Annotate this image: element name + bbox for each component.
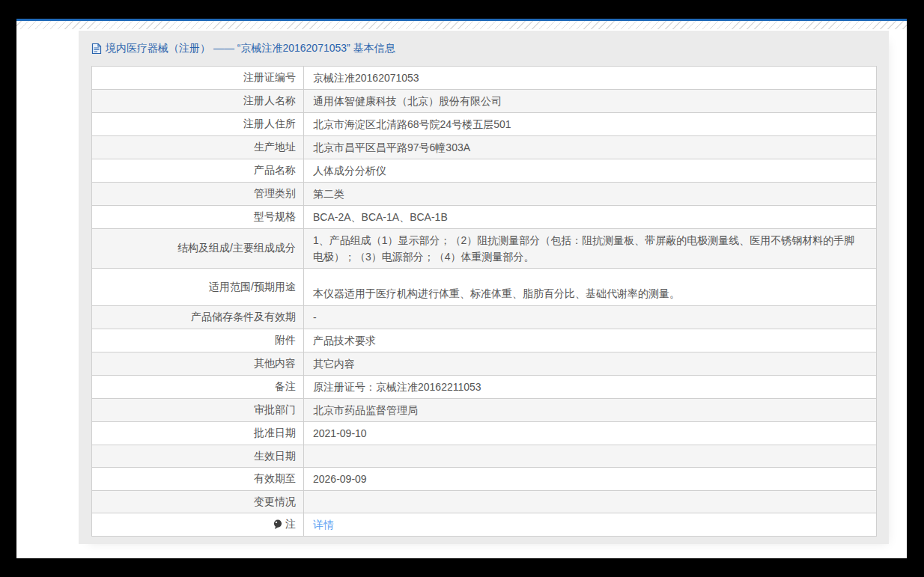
row-label: 产品名称: [92, 159, 304, 182]
row-value: 1、产品组成（1）显示部分；（2）阻抗测量部分（包括：阻抗测量板、带屏蔽的电极测…: [304, 229, 876, 268]
row-value: -: [304, 306, 876, 329]
row-label: 注册人住所: [92, 113, 304, 135]
row-label-text: 生产地址: [254, 141, 296, 154]
row-value: 北京市昌平区昌平路97号6幢303A: [304, 136, 876, 159]
row-label: 注册人名称: [92, 90, 304, 112]
row-label-text: 管理类别: [254, 187, 296, 201]
row-label: 适用范围/预期用途: [92, 269, 304, 305]
row-value: 其它内容: [304, 352, 876, 375]
row-value-text: 其它内容: [313, 355, 355, 372]
table-row: 产品储存条件及有效期 -: [92, 306, 876, 329]
row-label-text: 附件: [275, 334, 296, 347]
table-row: 生效日期: [92, 445, 876, 468]
row-label: 型号规格: [92, 206, 304, 228]
row-label: 其他内容: [92, 352, 304, 375]
page: 境内医疗器械（注册） —— “京械注准20162071053” 基本信息 注册证…: [16, 19, 907, 558]
row-label: 生效日期: [92, 445, 304, 467]
table-row: 批准日期 2021-09-10: [92, 422, 876, 445]
row-label: 批准日期: [92, 422, 304, 445]
row-value-text: 北京市海淀区北清路68号院24号楼五层501: [313, 116, 511, 132]
row-value: 北京市药品监督管理局: [304, 399, 876, 421]
row-label: 附件: [92, 329, 304, 352]
row-label-text: 变更情况: [254, 495, 296, 509]
row-label: 管理类别: [92, 183, 304, 205]
table-row: 注册证编号 京械注准20162071053: [92, 67, 876, 90]
row-value-text: 人体成分分析仪: [313, 162, 386, 179]
row-label: 产品储存条件及有效期: [92, 306, 304, 329]
table-row: 变更情况: [92, 491, 876, 513]
row-label: 审批部门: [92, 399, 304, 421]
row-label-text: 其他内容: [254, 357, 296, 370]
row-label-text: 结构及组成/主要组成成分: [177, 242, 296, 255]
row-label-text: 注册人住所: [243, 117, 296, 131]
table-row: 适用范围/预期用途 本仪器适用于医疗机构进行体重、标准体重、脂肪百分比、基础代谢…: [92, 269, 876, 306]
table-row: 结构及组成/主要组成成分 1、产品组成（1）显示部分；（2）阻抗测量部分（包括：…: [92, 229, 876, 269]
row-label: 生产地址: [92, 136, 304, 159]
row-value: 人体成分分析仪: [304, 159, 876, 182]
row-label-text: 有效期至: [254, 472, 296, 486]
table-row: 产品名称 人体成分分析仪: [92, 159, 876, 183]
row-value: 本仪器适用于医疗机构进行体重、标准体重、脂肪百分比、基础代谢率的测量。: [304, 269, 876, 305]
row-value: 第二类: [304, 183, 876, 205]
details-link[interactable]: 详情: [313, 516, 334, 533]
table-row: 型号规格 BCA-2A、BCA-1A、BCA-1B: [92, 206, 876, 229]
row-value-text: 本仪器适用于医疗机构进行体重、标准体重、脂肪百分比、基础代谢率的测量。: [313, 285, 680, 302]
row-label-text: 型号规格: [254, 210, 296, 224]
table-row: 有效期至 2026-09-09: [92, 468, 876, 491]
card-header: 境内医疗器械（注册） —— “京械注准20162071053” 基本信息: [79, 31, 889, 66]
hatch-strip: [16, 21, 907, 29]
row-value-text: 原注册证号：京械注准20162211053: [313, 379, 481, 395]
table-row: 附件 产品技术要求: [92, 329, 876, 352]
table-row: 备注 原注册证号：京械注准20162211053: [92, 376, 876, 399]
row-label: 注册证编号: [92, 67, 304, 89]
row-value-text: 京械注准20162071053: [313, 70, 419, 86]
row-value-text: 通用体智健康科技（北京）股份有限公司: [313, 93, 502, 109]
table-row: 注册人名称 通用体智健康科技（北京）股份有限公司: [92, 90, 876, 113]
row-value: 产品技术要求: [304, 329, 876, 352]
table-row: 审批部门 北京市药品监督管理局: [92, 399, 876, 422]
row-label-text: 注册证编号: [243, 71, 296, 85]
row-label: 注: [92, 513, 304, 536]
row-value: [304, 491, 876, 513]
row-value-text: 产品技术要求: [313, 332, 376, 349]
info-card: 境内医疗器械（注册） —— “京械注准20162071053” 基本信息 注册证…: [79, 31, 889, 544]
row-value-text: 2026-09-09: [313, 471, 367, 487]
page-title: 境内医疗器械（注册） —— “京械注准20162071053” 基本信息: [106, 42, 395, 55]
row-label-text: 适用范围/预期用途: [209, 281, 296, 294]
row-label: 结构及组成/主要组成成分: [92, 229, 304, 268]
row-label-text: 审批部门: [254, 403, 296, 417]
row-value: 通用体智健康科技（北京）股份有限公司: [304, 90, 876, 112]
table-row: 生产地址 北京市昌平区昌平路97号6幢303A: [92, 136, 876, 159]
row-value-text: 1、产品组成（1）显示部分；（2）阻抗测量部分（包括：阻抗测量板、带屏蔽的电极测…: [313, 232, 864, 265]
row-label-text: 批准日期: [254, 427, 296, 440]
row-value-text: 北京市昌平区昌平路97号6幢303A: [313, 139, 470, 156]
row-value: 详情: [304, 513, 876, 536]
row-label-text: 备注: [275, 380, 296, 394]
row-value-text: 2021-09-10: [313, 425, 367, 442]
info-table: 注册证编号 京械注准20162071053 注册人名称 通用体智健康科技（北京）…: [91, 66, 877, 537]
row-label: 有效期至: [92, 468, 304, 490]
row-value: 原注册证号：京械注准20162211053: [304, 376, 876, 398]
row-value-text: BCA-2A、BCA-1A、BCA-1B: [313, 209, 448, 225]
row-value-text: 北京市药品监督管理局: [313, 402, 418, 418]
table-row: 管理类别 第二类: [92, 183, 876, 206]
row-label-text: 产品名称: [254, 164, 296, 177]
row-value-text: -: [313, 309, 317, 326]
row-value: 北京市海淀区北清路68号院24号楼五层501: [304, 113, 876, 135]
row-value: 2021-09-10: [304, 422, 876, 445]
balloon-icon: [273, 519, 282, 530]
table-row: 注 详情: [92, 513, 876, 536]
row-label-text: 生效日期: [254, 450, 296, 463]
row-value: [304, 445, 876, 467]
table-row: 其他内容 其它内容: [92, 352, 876, 376]
row-value: 京械注准20162071053: [304, 67, 876, 89]
row-label-text: 产品储存条件及有效期: [191, 311, 296, 324]
document-icon: [91, 43, 102, 55]
table-row: 注册人住所 北京市海淀区北清路68号院24号楼五层501: [92, 113, 876, 136]
row-label-text: 注册人名称: [243, 94, 296, 108]
row-value: BCA-2A、BCA-1A、BCA-1B: [304, 206, 876, 228]
row-label: 变更情况: [92, 491, 304, 513]
row-value-text: 第二类: [313, 186, 344, 202]
row-label-text: 注: [285, 518, 296, 531]
row-label: 备注: [92, 376, 304, 398]
